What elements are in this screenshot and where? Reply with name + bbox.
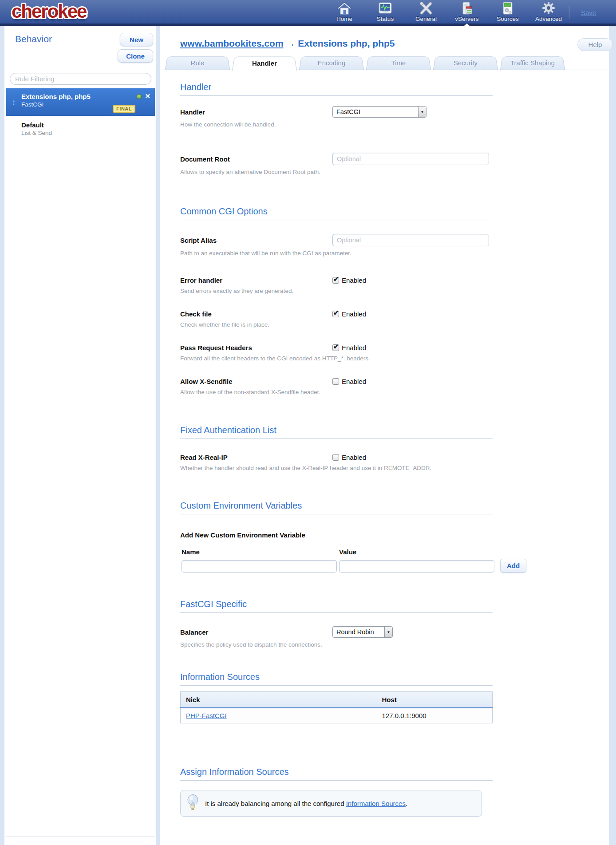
- read-x-real-ip-checkbox[interactable]: [332, 454, 339, 461]
- field-script-alias: Script Alias Path to an executable that …: [180, 234, 493, 257]
- checkbox-label: Enabled: [342, 454, 366, 461]
- breadcrumb: www.bambookites.com → Extensions php, ph…: [180, 38, 395, 49]
- home-icon: [337, 1, 352, 16]
- tab-security[interactable]: Security: [433, 55, 498, 70]
- nav-item-vservers[interactable]: vServers: [446, 2, 487, 24]
- drag-handle-icon[interactable]: ↕: [6, 88, 21, 116]
- section-divider: [180, 438, 493, 439]
- field-description: Allow the use of the non-standard X-Send…: [180, 389, 493, 395]
- section-title-information-sources: Information Sources: [180, 672, 609, 682]
- tab-handler[interactable]: Handler: [232, 55, 297, 71]
- nav-item-advanced[interactable]: Advanced: [528, 2, 569, 24]
- sources-icon: [500, 1, 515, 16]
- field-label: Allow X-Sendfile: [180, 378, 332, 385]
- section-divider: [180, 220, 493, 220]
- nav-item-home[interactable]: Home: [324, 2, 365, 24]
- error-handler-checkbox[interactable]: [332, 277, 339, 284]
- script-alias-input[interactable]: [332, 234, 489, 246]
- checkbox-label: Enabled: [342, 344, 366, 351]
- nav-item-status[interactable]: Status: [365, 2, 406, 24]
- breadcrumb-rule: Extensions php, php5: [298, 38, 395, 48]
- save-button[interactable]: Save: [581, 9, 596, 16]
- header-divider: [569, 6, 569, 19]
- chevron-down-icon: ▼: [384, 627, 392, 637]
- section-title-fixed-auth: Fixed Authentication List: [180, 425, 609, 435]
- rule-tabs: Rule Handler Encoding Time Security Traf…: [165, 55, 567, 71]
- checkbox-label: Enabled: [342, 378, 366, 385]
- header-bottom-strip: [0, 24, 616, 26]
- field-allow-x-sendfile: Allow X-Sendfile Enabled Allow the use o…: [180, 378, 493, 395]
- cherokee-admin-page: cherokee Home Sta: [0, 0, 616, 845]
- field-description: Allows to specify an alternative Documen…: [180, 169, 493, 175]
- section-title-handler: Handler: [180, 82, 609, 92]
- env-var-name-input[interactable]: [182, 560, 337, 573]
- tab-traffic-shaping[interactable]: Traffic Shaping: [500, 55, 565, 70]
- field-label: Error handler: [180, 276, 332, 284]
- column-header-nick: Nick: [181, 692, 377, 708]
- main-content-panel: www.bambookites.com → Extensions php, ph…: [160, 26, 609, 845]
- active-section-indicator: [464, 24, 470, 26]
- behavior-sidebar: Behavior New Clone ↕ Extensions php, php…: [4, 26, 156, 845]
- check-file-checkbox[interactable]: [332, 311, 339, 317]
- tab-encoding[interactable]: Encoding: [299, 55, 364, 70]
- field-error-handler: Error handler Enabled Send errors exactl…: [180, 276, 493, 294]
- field-description: Check whether the file is in place.: [180, 321, 493, 328]
- new-rule-button[interactable]: New: [120, 33, 153, 46]
- source-nick-link[interactable]: PHP-FastCGI: [186, 712, 227, 719]
- field-label: Handler: [180, 108, 332, 116]
- nav-item-sources[interactable]: Sources: [487, 2, 528, 24]
- document-root-input[interactable]: [332, 153, 489, 165]
- add-env-var-form: Name Value Add: [182, 548, 609, 573]
- value-column-label: Value: [339, 548, 494, 556]
- field-label: Document Root: [180, 155, 332, 163]
- field-description: Path to an executable that will be run w…: [180, 250, 493, 257]
- rule-enabled-indicator: [137, 94, 142, 99]
- nav-item-general[interactable]: General: [406, 2, 446, 24]
- nav-label: Status: [377, 16, 394, 22]
- section-title-assign-sources: Assign Information Sources: [180, 767, 609, 777]
- field-pass-request-headers: Pass Request Headers Enabled Forward all…: [180, 344, 493, 362]
- clone-rule-button[interactable]: Clone: [118, 49, 153, 63]
- env-var-value-input[interactable]: [339, 560, 494, 573]
- section-divider: [180, 514, 493, 514]
- information-sources-table: Nick Host PHP-FastCGI 127.0.0.1:9000: [180, 691, 493, 723]
- field-label: Check file: [180, 310, 332, 318]
- chevron-down-icon: ▼: [418, 107, 426, 117]
- tab-time[interactable]: Time: [366, 55, 431, 70]
- handler-select[interactable]: FastCGI ▼: [332, 106, 426, 118]
- field-label: Read X-Real-IP: [180, 454, 332, 461]
- information-sources-link[interactable]: Information Sources: [346, 800, 406, 807]
- field-label: Pass Request Headers: [180, 344, 332, 351]
- vserver-link[interactable]: www.bambookites.com: [180, 38, 284, 48]
- save-area: Save: [569, 6, 596, 19]
- add-env-var-button[interactable]: Add: [500, 559, 526, 573]
- nav-label: Home: [336, 16, 352, 22]
- rule-item-extensions-php[interactable]: ↕ Extensions php, php5 FastCGI ✕ FINAL: [6, 88, 155, 116]
- status-icon: [378, 1, 393, 16]
- rule-filter-input[interactable]: [10, 73, 151, 85]
- final-badge: FINAL: [113, 105, 135, 113]
- allow-x-sendfile-checkbox[interactable]: [332, 378, 339, 385]
- main-navigation: Home Status: [324, 2, 569, 24]
- vservers-icon: [459, 1, 474, 16]
- cherokee-logo: cherokee: [12, 1, 86, 22]
- rule-title: Extensions php, php5: [6, 88, 155, 100]
- note-text: It is already balancing among all the co…: [205, 800, 407, 807]
- source-host-value: 127.0.0.1:9000: [377, 708, 493, 723]
- rule-item-default[interactable]: Default List & Send: [6, 116, 155, 144]
- field-description: Send errors exactly as they are generate…: [180, 288, 493, 294]
- field-description: Whether the handler should read and use …: [180, 465, 493, 471]
- section-title-fastcgi-specific: FastCGI Specific: [180, 599, 609, 609]
- nav-label: Advanced: [535, 16, 562, 22]
- balancing-info-note: It is already balancing among all the co…: [180, 790, 482, 817]
- field-description: Specifies the policy used to dispatch th…: [180, 641, 493, 648]
- balancer-select[interactable]: Round Robin ▼: [332, 626, 393, 638]
- rule-list-panel: ↕ Extensions php, php5 FastCGI ✕ FINAL D…: [6, 69, 155, 837]
- delete-rule-icon[interactable]: ✕: [145, 92, 150, 100]
- section-title-common-cgi: Common CGI Options: [180, 206, 609, 217]
- field-document-root: Document Root Allows to specify an alter…: [180, 153, 493, 175]
- help-button[interactable]: Help: [577, 38, 613, 51]
- pass-request-headers-checkbox[interactable]: [332, 344, 339, 351]
- tab-rule[interactable]: Rule: [165, 55, 230, 70]
- field-label: Script Alias: [180, 237, 332, 244]
